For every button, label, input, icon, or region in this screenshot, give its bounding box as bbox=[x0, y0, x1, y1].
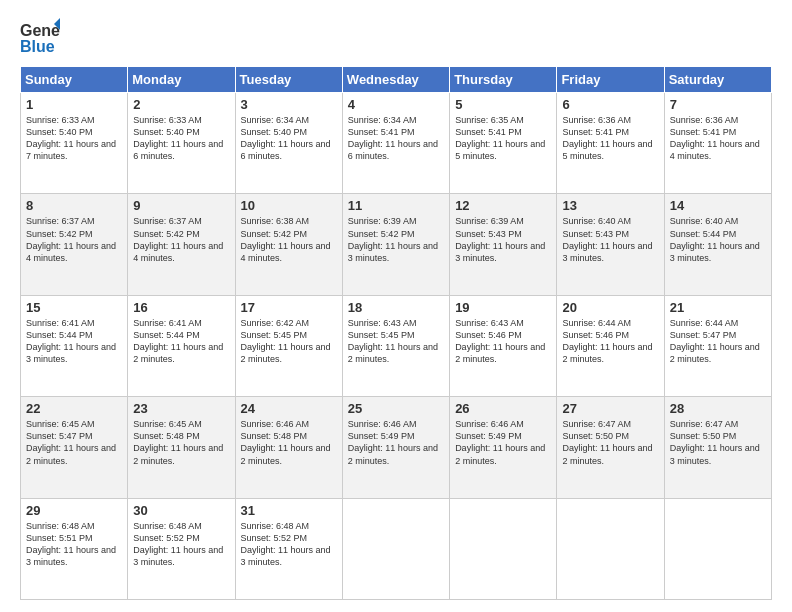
calendar-cell: 5 Sunrise: 6:35 AMSunset: 5:41 PMDayligh… bbox=[450, 93, 557, 194]
calendar-cell: 26 Sunrise: 6:46 AMSunset: 5:49 PMDaylig… bbox=[450, 397, 557, 498]
cell-info: Sunrise: 6:36 AMSunset: 5:41 PMDaylight:… bbox=[562, 115, 652, 161]
cell-info: Sunrise: 6:38 AMSunset: 5:42 PMDaylight:… bbox=[241, 216, 331, 262]
day-number: 1 bbox=[26, 97, 122, 112]
cell-info: Sunrise: 6:39 AMSunset: 5:42 PMDaylight:… bbox=[348, 216, 438, 262]
calendar-cell: 22 Sunrise: 6:45 AMSunset: 5:47 PMDaylig… bbox=[21, 397, 128, 498]
calendar-cell bbox=[450, 498, 557, 599]
calendar-cell: 19 Sunrise: 6:43 AMSunset: 5:46 PMDaylig… bbox=[450, 295, 557, 396]
week-row-4: 29 Sunrise: 6:48 AMSunset: 5:51 PMDaylig… bbox=[21, 498, 772, 599]
cell-info: Sunrise: 6:33 AMSunset: 5:40 PMDaylight:… bbox=[26, 115, 116, 161]
cell-info: Sunrise: 6:41 AMSunset: 5:44 PMDaylight:… bbox=[26, 318, 116, 364]
cell-info: Sunrise: 6:36 AMSunset: 5:41 PMDaylight:… bbox=[670, 115, 760, 161]
calendar-cell bbox=[664, 498, 771, 599]
page: General Blue SundayMondayTuesdayWednesda… bbox=[0, 0, 792, 612]
calendar-cell: 11 Sunrise: 6:39 AMSunset: 5:42 PMDaylig… bbox=[342, 194, 449, 295]
day-number: 27 bbox=[562, 401, 658, 416]
cell-info: Sunrise: 6:48 AMSunset: 5:52 PMDaylight:… bbox=[133, 521, 223, 567]
cell-info: Sunrise: 6:48 AMSunset: 5:52 PMDaylight:… bbox=[241, 521, 331, 567]
cell-info: Sunrise: 6:40 AMSunset: 5:43 PMDaylight:… bbox=[562, 216, 652, 262]
cell-info: Sunrise: 6:42 AMSunset: 5:45 PMDaylight:… bbox=[241, 318, 331, 364]
calendar-cell: 31 Sunrise: 6:48 AMSunset: 5:52 PMDaylig… bbox=[235, 498, 342, 599]
calendar-cell: 12 Sunrise: 6:39 AMSunset: 5:43 PMDaylig… bbox=[450, 194, 557, 295]
day-number: 17 bbox=[241, 300, 337, 315]
day-number: 19 bbox=[455, 300, 551, 315]
day-number: 25 bbox=[348, 401, 444, 416]
calendar-cell: 21 Sunrise: 6:44 AMSunset: 5:47 PMDaylig… bbox=[664, 295, 771, 396]
calendar-table: SundayMondayTuesdayWednesdayThursdayFrid… bbox=[20, 66, 772, 600]
calendar-cell bbox=[342, 498, 449, 599]
cell-info: Sunrise: 6:39 AMSunset: 5:43 PMDaylight:… bbox=[455, 216, 545, 262]
calendar-cell: 23 Sunrise: 6:45 AMSunset: 5:48 PMDaylig… bbox=[128, 397, 235, 498]
calendar-cell: 16 Sunrise: 6:41 AMSunset: 5:44 PMDaylig… bbox=[128, 295, 235, 396]
calendar-cell: 10 Sunrise: 6:38 AMSunset: 5:42 PMDaylig… bbox=[235, 194, 342, 295]
logo-icon: General Blue bbox=[20, 16, 60, 56]
calendar-cell: 20 Sunrise: 6:44 AMSunset: 5:46 PMDaylig… bbox=[557, 295, 664, 396]
cell-info: Sunrise: 6:46 AMSunset: 5:48 PMDaylight:… bbox=[241, 419, 331, 465]
cell-info: Sunrise: 6:35 AMSunset: 5:41 PMDaylight:… bbox=[455, 115, 545, 161]
day-number: 21 bbox=[670, 300, 766, 315]
calendar-cell: 1 Sunrise: 6:33 AMSunset: 5:40 PMDayligh… bbox=[21, 93, 128, 194]
cell-info: Sunrise: 6:47 AMSunset: 5:50 PMDaylight:… bbox=[670, 419, 760, 465]
calendar-cell: 8 Sunrise: 6:37 AMSunset: 5:42 PMDayligh… bbox=[21, 194, 128, 295]
calendar-cell: 2 Sunrise: 6:33 AMSunset: 5:40 PMDayligh… bbox=[128, 93, 235, 194]
day-header-friday: Friday bbox=[557, 67, 664, 93]
day-number: 14 bbox=[670, 198, 766, 213]
day-number: 15 bbox=[26, 300, 122, 315]
day-number: 22 bbox=[26, 401, 122, 416]
calendar-cell: 29 Sunrise: 6:48 AMSunset: 5:51 PMDaylig… bbox=[21, 498, 128, 599]
cell-info: Sunrise: 6:45 AMSunset: 5:48 PMDaylight:… bbox=[133, 419, 223, 465]
day-header-wednesday: Wednesday bbox=[342, 67, 449, 93]
day-number: 11 bbox=[348, 198, 444, 213]
day-number: 16 bbox=[133, 300, 229, 315]
cell-info: Sunrise: 6:37 AMSunset: 5:42 PMDaylight:… bbox=[26, 216, 116, 262]
day-number: 9 bbox=[133, 198, 229, 213]
day-number: 29 bbox=[26, 503, 122, 518]
calendar-body: 1 Sunrise: 6:33 AMSunset: 5:40 PMDayligh… bbox=[21, 93, 772, 600]
cell-info: Sunrise: 6:34 AMSunset: 5:40 PMDaylight:… bbox=[241, 115, 331, 161]
day-number: 30 bbox=[133, 503, 229, 518]
cell-info: Sunrise: 6:41 AMSunset: 5:44 PMDaylight:… bbox=[133, 318, 223, 364]
day-header-monday: Monday bbox=[128, 67, 235, 93]
calendar-cell: 15 Sunrise: 6:41 AMSunset: 5:44 PMDaylig… bbox=[21, 295, 128, 396]
svg-text:Blue: Blue bbox=[20, 38, 55, 55]
week-row-3: 22 Sunrise: 6:45 AMSunset: 5:47 PMDaylig… bbox=[21, 397, 772, 498]
day-number: 3 bbox=[241, 97, 337, 112]
day-header-sunday: Sunday bbox=[21, 67, 128, 93]
calendar-cell: 17 Sunrise: 6:42 AMSunset: 5:45 PMDaylig… bbox=[235, 295, 342, 396]
day-number: 6 bbox=[562, 97, 658, 112]
day-number: 10 bbox=[241, 198, 337, 213]
day-header-saturday: Saturday bbox=[664, 67, 771, 93]
cell-info: Sunrise: 6:48 AMSunset: 5:51 PMDaylight:… bbox=[26, 521, 116, 567]
day-number: 8 bbox=[26, 198, 122, 213]
calendar-cell: 13 Sunrise: 6:40 AMSunset: 5:43 PMDaylig… bbox=[557, 194, 664, 295]
calendar-cell: 24 Sunrise: 6:46 AMSunset: 5:48 PMDaylig… bbox=[235, 397, 342, 498]
cell-info: Sunrise: 6:43 AMSunset: 5:46 PMDaylight:… bbox=[455, 318, 545, 364]
day-number: 4 bbox=[348, 97, 444, 112]
day-number: 13 bbox=[562, 198, 658, 213]
day-number: 20 bbox=[562, 300, 658, 315]
cell-info: Sunrise: 6:46 AMSunset: 5:49 PMDaylight:… bbox=[348, 419, 438, 465]
logo: General Blue bbox=[20, 16, 62, 56]
calendar-cell: 18 Sunrise: 6:43 AMSunset: 5:45 PMDaylig… bbox=[342, 295, 449, 396]
svg-text:General: General bbox=[20, 22, 60, 39]
day-number: 23 bbox=[133, 401, 229, 416]
header: General Blue bbox=[20, 16, 772, 56]
day-number: 2 bbox=[133, 97, 229, 112]
cell-info: Sunrise: 6:33 AMSunset: 5:40 PMDaylight:… bbox=[133, 115, 223, 161]
cell-info: Sunrise: 6:37 AMSunset: 5:42 PMDaylight:… bbox=[133, 216, 223, 262]
week-row-0: 1 Sunrise: 6:33 AMSunset: 5:40 PMDayligh… bbox=[21, 93, 772, 194]
day-number: 24 bbox=[241, 401, 337, 416]
cell-info: Sunrise: 6:34 AMSunset: 5:41 PMDaylight:… bbox=[348, 115, 438, 161]
calendar-cell: 27 Sunrise: 6:47 AMSunset: 5:50 PMDaylig… bbox=[557, 397, 664, 498]
day-number: 7 bbox=[670, 97, 766, 112]
day-number: 31 bbox=[241, 503, 337, 518]
week-row-1: 8 Sunrise: 6:37 AMSunset: 5:42 PMDayligh… bbox=[21, 194, 772, 295]
cell-info: Sunrise: 6:40 AMSunset: 5:44 PMDaylight:… bbox=[670, 216, 760, 262]
day-number: 18 bbox=[348, 300, 444, 315]
cell-info: Sunrise: 6:46 AMSunset: 5:49 PMDaylight:… bbox=[455, 419, 545, 465]
day-number: 26 bbox=[455, 401, 551, 416]
cell-info: Sunrise: 6:47 AMSunset: 5:50 PMDaylight:… bbox=[562, 419, 652, 465]
day-header-thursday: Thursday bbox=[450, 67, 557, 93]
calendar-cell: 6 Sunrise: 6:36 AMSunset: 5:41 PMDayligh… bbox=[557, 93, 664, 194]
calendar-cell bbox=[557, 498, 664, 599]
